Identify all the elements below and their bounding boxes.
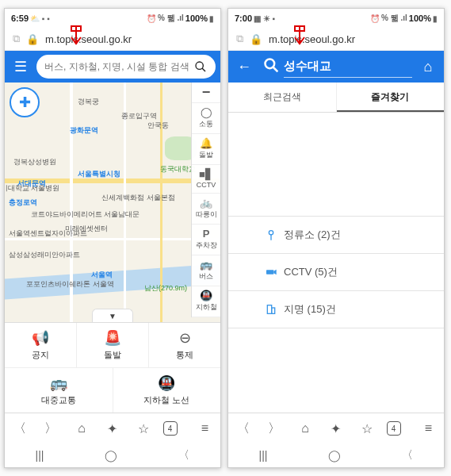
result-cctv[interactable]: CCTV (5)건 [228, 254, 444, 291]
nav-bookmark[interactable]: ☆ [356, 421, 378, 436]
search-term-field[interactable]: 성수대교 [284, 56, 412, 78]
layer-traffic[interactable]: ◯ 소통 [192, 103, 220, 134]
phone-right: 7:00 ▦ ☀ ▪ ⏰ % 뛟 .ıl 100% ▮ ⧉ 🔒 m.topis.… [227, 8, 445, 468]
nav-back[interactable]: 〈 [232, 420, 254, 437]
sys-recents[interactable]: ||| [36, 449, 44, 462]
map-label: 서울역 [91, 270, 113, 280]
svg-line-5 [273, 67, 278, 71]
back-button[interactable]: ← [233, 56, 255, 78]
layer-subway[interactable]: 🚇 지하철 [192, 286, 220, 317]
bike-icon: 🚲 [200, 198, 212, 208]
layer-label: 따릉이 [196, 209, 217, 220]
quick-notice[interactable]: 📢 공지 [5, 323, 77, 367]
sys-home[interactable]: ◯ [105, 449, 117, 462]
traffic-flow-icon: ◯ [201, 107, 212, 117]
search-icon [263, 57, 279, 77]
search-box[interactable] [36, 55, 216, 79]
map-label: 광화문역 [70, 125, 98, 136]
system-nav: ||| ◯ 〈 [5, 443, 220, 467]
network-icon: % 뛟 .ıl [158, 13, 184, 24]
layer-bike[interactable]: 🚲 따릉이 [192, 194, 220, 225]
network-icon: % 뛟 .ıl [381, 13, 407, 24]
annotation-arrow [68, 26, 84, 48]
map-label: 종로입구역 [121, 111, 157, 121]
status-time: 7:00 [235, 13, 252, 23]
map-expand-handle[interactable]: ▼ [92, 309, 133, 322]
nav-tabs[interactable]: 4 [163, 421, 185, 436]
sys-back[interactable]: 〈 [178, 448, 189, 463]
nav-bookmark[interactable]: ☆ [132, 421, 155, 436]
nav-menu[interactable]: ≡ [417, 421, 439, 436]
layer-bus[interactable]: 🚌 버스 [192, 255, 220, 286]
map-label: 경복상성병원 [13, 157, 56, 167]
svg-rect-8 [266, 270, 273, 274]
quick-incident[interactable]: 🚨 돌발 [77, 323, 149, 367]
svg-rect-10 [272, 308, 275, 313]
map-label: 충정로역 [9, 198, 37, 208]
browser-url-bar[interactable]: ⧉ 🔒 m.topis.seoul.go.kr [228, 28, 444, 51]
browser-nav: 〈 〉 ⌂ ✦ ☆ 4 ≡ [228, 413, 444, 443]
home-button[interactable]: ⌂ [417, 56, 439, 78]
map-label: 기대학교 서울병원 [5, 183, 59, 194]
sys-back[interactable]: 〈 [402, 448, 413, 463]
block-icon: ⊖ [179, 329, 191, 347]
map-label: 미래에셋센터 [65, 224, 108, 234]
status-left-icons: ⛅ ▪ ▪ [30, 14, 50, 23]
result-label: 정류소 (2)건 [284, 228, 341, 242]
layer-label: 소통 [199, 119, 213, 129]
locate-button[interactable]: ✚ [10, 87, 40, 117]
result-stops[interactable]: 정류소 (2)건 [228, 217, 444, 254]
metro-icon: 🚇 [158, 374, 175, 392]
nav-menu[interactable]: ≡ [193, 421, 216, 436]
sys-home[interactable]: ◯ [328, 449, 341, 462]
menu-button[interactable]: ☰ [10, 56, 32, 78]
tab-switch-icon[interactable]: ⧉ [236, 33, 243, 45]
tab-switch-icon[interactable]: ⧉ [13, 33, 20, 45]
parking-icon: P [203, 228, 210, 239]
subway-icon: 🚇 [200, 290, 212, 301]
layer-panel: − ◯ 소통 🔔 돌발 ■▋ CCTV 🚲 따릉이 P 주차장 � [191, 83, 220, 317]
quick-control[interactable]: ⊖ 통제 [149, 323, 220, 367]
layer-parking[interactable]: P 주차장 [192, 225, 220, 255]
search-header: ← 성수대교 ⌂ [228, 51, 444, 83]
layer-cctv[interactable]: ■▋ CCTV [192, 165, 220, 194]
history-tabs: 최근검색 즐겨찾기 [228, 83, 444, 113]
sys-recents[interactable]: ||| [259, 449, 268, 462]
nav-forward[interactable]: 〉 [263, 420, 285, 437]
result-places[interactable]: 지명 (15)건 [228, 291, 444, 328]
results-empty-space [228, 113, 444, 217]
nav-back[interactable]: 〈 [9, 420, 31, 437]
lock-icon: 🔒 [26, 33, 39, 45]
layer-collapse[interactable]: − [192, 83, 220, 103]
tab-favorites[interactable]: 즐겨찾기 [337, 83, 445, 112]
alarm-icon: ⏰ [147, 14, 156, 23]
quick-label: 대중교통 [41, 394, 76, 406]
map[interactable]: 서울특별시청 광화문역 종로입구역 안국동 경복궁 경복상성병원 서대문역 신세… [5, 83, 220, 322]
nav-magic[interactable]: ✦ [101, 421, 124, 436]
search-icon[interactable] [192, 58, 209, 75]
nav-tabs[interactable]: 4 [387, 421, 409, 436]
url-text: m.topis.seoul.go.kr [269, 33, 355, 45]
bus-icon: 🚌 [50, 374, 67, 392]
browser-url-bar[interactable]: ⧉ 🔒 m.topis.seoul.go.kr [5, 28, 220, 51]
map-label: 남산(270.9m) [144, 283, 187, 294]
nav-forward[interactable]: 〉 [40, 420, 62, 437]
nav-home[interactable]: ⌂ [294, 421, 316, 436]
tab-count-badge: 4 [387, 421, 401, 436]
result-label: 지명 (15)건 [284, 302, 336, 317]
lock-icon: 🔒 [250, 33, 262, 45]
megaphone-icon: 📢 [32, 329, 49, 347]
layer-incident[interactable]: 🔔 돌발 [192, 134, 220, 165]
nav-magic[interactable]: ✦ [325, 421, 347, 436]
tab-recent[interactable]: 최근검색 [228, 83, 337, 112]
bus-icon: 🚌 [200, 259, 212, 270]
map-label: 안국동 [147, 121, 169, 131]
search-input[interactable] [43, 60, 192, 73]
battery-pct: 100% [185, 13, 208, 23]
quick-transit[interactable]: 🚌 대중교통 [5, 367, 113, 413]
status-time: 6:59 [11, 13, 29, 23]
quick-subway-line[interactable]: 🚇 지하철 노선 [113, 367, 221, 413]
busstop-icon [265, 228, 277, 241]
nav-home[interactable]: ⌂ [71, 421, 93, 436]
map-label: 코트야드바이메리어트 서울남대문 [31, 209, 140, 220]
